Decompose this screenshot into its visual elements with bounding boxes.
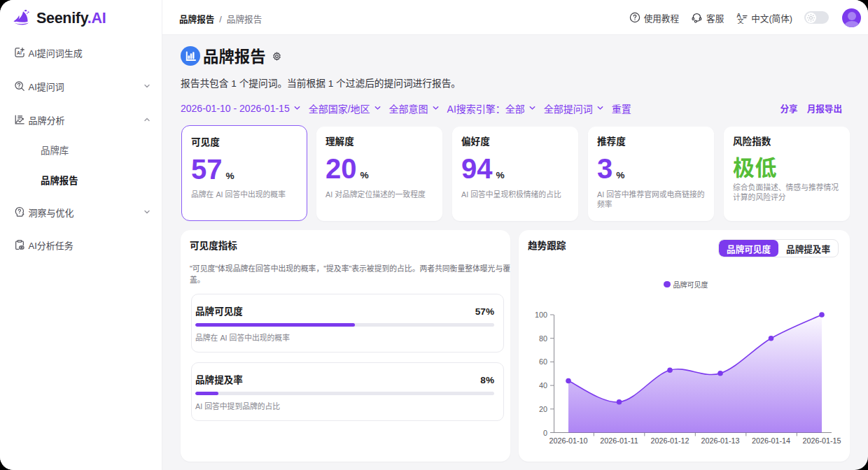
svg-text:2026-01-14: 2026-01-14 (752, 436, 790, 445)
svg-text:2026-01-15: 2026-01-15 (802, 436, 841, 445)
svg-text:80: 80 (539, 334, 547, 343)
svg-text:2026-01-11: 2026-01-11 (600, 436, 638, 445)
svg-text:20: 20 (539, 405, 547, 413)
svg-text:2026-01-10: 2026-01-10 (549, 436, 587, 445)
svg-text:AI: AI (17, 50, 22, 55)
svg-text:2026-01-12: 2026-01-12 (650, 436, 689, 445)
svg-text:2026-01-13: 2026-01-13 (701, 436, 739, 445)
svg-text:40: 40 (539, 381, 547, 390)
svg-text:100: 100 (535, 311, 547, 319)
svg-text:0: 0 (543, 429, 547, 437)
svg-text:60: 60 (539, 357, 547, 366)
svg-text:文: 文 (738, 17, 744, 24)
